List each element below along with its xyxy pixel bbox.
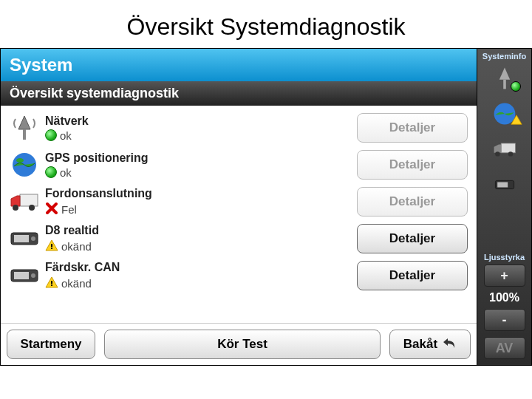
status-ok-icon [45,129,57,141]
status-text: okänd [61,240,92,253]
svg-rect-16 [503,80,506,89]
row-body: D8 realtid okänd [42,224,357,254]
svg-rect-7 [14,235,29,242]
antenna-icon [7,112,42,144]
svg-point-13 [31,273,35,278]
back-button[interactable]: Bakåt [389,330,471,359]
sidebar-truck-icon[interactable] [487,134,522,164]
list-item: Färdskr. CAN okänd Detaljer [4,256,471,293]
device-frame: System Översikt systemdiagnostik Nätverk [0,48,532,366]
row-status: ok [45,166,357,179]
subtitle-bar: Översikt systemdiagnostik [1,81,477,106]
status-error-icon [45,202,58,217]
truck-icon [7,185,42,218]
bottom-bar: Startmeny Kör Test Bakåt [1,323,477,365]
device-icon [7,259,42,292]
status-text: Fel [61,203,77,216]
power-off-button[interactable]: AV [484,337,525,359]
svg-point-5 [29,205,35,211]
status-warning-badge [511,114,522,129]
svg-point-4 [13,205,18,211]
status-warning-icon [45,239,58,254]
svg-point-20 [508,151,512,156]
row-name: Fordonsanslutning [45,187,357,200]
status-ok-icon [45,166,57,178]
row-status: Fel [45,202,357,217]
brightness-up-button[interactable]: + [484,265,525,287]
svg-point-19 [495,151,499,156]
row-body: GPS positionering ok [42,151,357,179]
svg-rect-3 [20,194,38,206]
list-item: Nätverk ok Detaljer [4,109,471,146]
svg-point-8 [31,236,35,241]
svg-rect-14 [51,281,52,284]
title-bar: System [1,49,477,81]
row-status: okänd [45,239,357,254]
svg-rect-15 [51,284,52,286]
systeminfo-label: Systeminfo [482,52,526,61]
svg-rect-0 [23,129,26,140]
sidebar-antenna-icon[interactable] [487,64,522,93]
brightness-value: 100% [489,291,519,304]
back-label: Bakåt [403,337,437,352]
row-name: Färdskr. CAN [45,261,357,274]
status-ok-badge [511,81,521,92]
globe-icon [7,149,42,181]
list-item: GPS positionering ok Detaljer [4,146,471,183]
row-body: Fordonsanslutning Fel [42,187,357,217]
svg-rect-18 [501,143,515,153]
details-button[interactable]: Detaljer [357,187,468,216]
list-item: Fordonsanslutning Fel Detaljer [4,183,471,219]
brightness-down-button[interactable]: - [484,309,525,331]
svg-rect-10 [51,248,52,249]
diagnostic-list: Nätverk ok Detaljer GPS [1,106,477,323]
run-test-button[interactable]: Kör Test [104,330,381,359]
row-name: D8 realtid [45,224,357,237]
status-text: ok [60,166,72,179]
slide-title: Översikt Systemdiagnostik [0,0,532,48]
row-body: Nätverk ok [42,115,357,142]
row-body: Färdskr. CAN okänd [42,261,357,291]
svg-rect-9 [51,244,52,247]
undo-icon [442,336,457,353]
svg-point-2 [16,158,24,163]
row-status: okänd [45,276,357,291]
status-text: okänd [61,277,92,290]
details-button[interactable]: Detaljer [357,224,468,253]
list-item: D8 realtid okänd Detaljer [4,219,471,256]
row-status: ok [45,129,357,142]
status-text: ok [60,129,72,142]
details-button[interactable]: Detaljer [357,150,468,180]
sidebar-device-icon[interactable] [487,170,522,200]
device-icon [7,222,42,255]
details-button[interactable]: Detaljer [357,113,468,143]
sidebar: Systeminfo Ljusstyrka + 100% - AV [477,48,532,366]
screen: System Översikt systemdiagnostik Nätverk [0,48,477,366]
svg-rect-12 [14,272,29,279]
start-menu-button[interactable]: Startmeny [7,330,95,359]
brightness-label: Ljusstyrka [484,253,525,262]
sidebar-globe-icon[interactable] [487,99,522,129]
status-warning-icon [45,276,58,291]
row-name: Nätverk [45,115,357,128]
row-name: GPS positionering [45,151,357,165]
svg-rect-22 [497,183,508,188]
details-button[interactable]: Detaljer [357,261,468,290]
